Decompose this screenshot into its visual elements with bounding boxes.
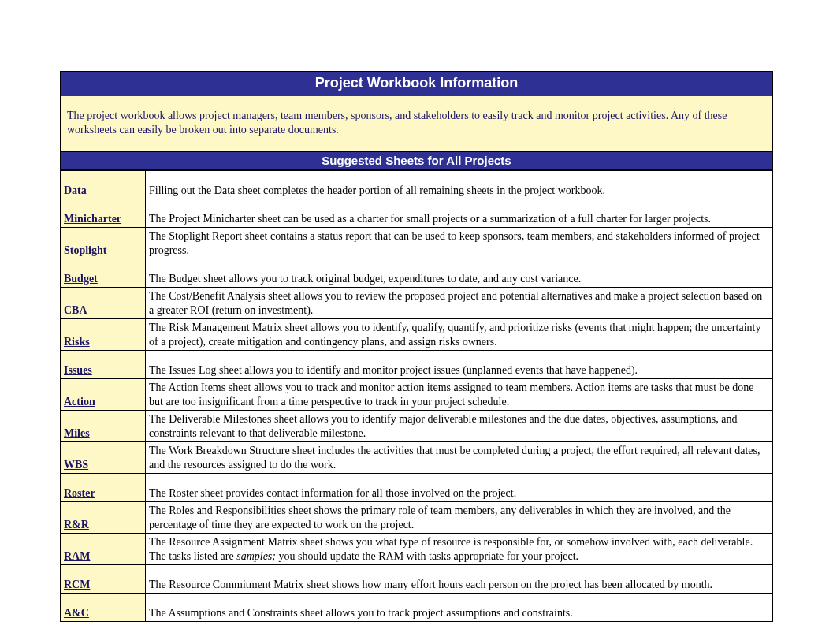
- table-row: RisksThe Risk Management Matrix sheet al…: [61, 319, 773, 351]
- table-row: WBSThe Work Breakdown Structure sheet in…: [61, 442, 773, 474]
- sheet-link[interactable]: WBS: [61, 442, 146, 474]
- sheet-description: The Deliverable Milestones sheet allows …: [146, 411, 773, 442]
- sheet-description: The Resource Commitment Matrix sheet sho…: [146, 565, 773, 594]
- table-row: RAMThe Resource Assignment Matrix sheet …: [61, 534, 773, 565]
- sheet-link[interactable]: A&C: [61, 594, 146, 622]
- sheet-description: The Cost/Benefit Analysis sheet allows y…: [146, 288, 773, 319]
- table-row: DataFilling out the Data sheet completes…: [61, 171, 773, 199]
- page-title: Project Workbook Information: [60, 71, 773, 96]
- table-row: BudgetThe Budget sheet allows you to tra…: [61, 259, 773, 288]
- sheet-description: The Work Breakdown Structure sheet inclu…: [146, 442, 773, 474]
- sheets-table: DataFilling out the Data sheet completes…: [60, 170, 773, 622]
- table-row: ActionThe Action Items sheet allows you …: [61, 379, 773, 411]
- table-row: RosterThe Roster sheet provides contact …: [61, 474, 773, 502]
- sheet-description: The Assumptions and Constraints sheet al…: [146, 594, 773, 622]
- table-row: A&CThe Assumptions and Constraints sheet…: [61, 594, 773, 622]
- sheet-link[interactable]: R&R: [61, 502, 146, 534]
- sheet-link[interactable]: Budget: [61, 259, 146, 288]
- sheet-link[interactable]: Data: [61, 171, 146, 199]
- section-title: Suggested Sheets for All Projects: [60, 151, 773, 170]
- sheet-link[interactable]: Miles: [61, 411, 146, 442]
- sheet-description: The Budget sheet allows you to track ori…: [146, 259, 773, 288]
- sheet-description: The Issues Log sheet allows you to ident…: [146, 351, 773, 379]
- table-row: CBAThe Cost/Benefit Analysis sheet allow…: [61, 288, 773, 319]
- sheet-description: The Roles and Responsibilities sheet sho…: [146, 502, 773, 534]
- sheet-description: The Resource Assignment Matrix sheet sho…: [146, 534, 773, 565]
- sheet-link[interactable]: Minicharter: [61, 199, 146, 228]
- sheet-description: The Roster sheet provides contact inform…: [146, 474, 773, 502]
- sheet-link[interactable]: Roster: [61, 474, 146, 502]
- table-row: StoplightThe Stoplight Report sheet cont…: [61, 228, 773, 259]
- intro-text: The project workbook allows project mana…: [60, 96, 773, 151]
- sheet-link[interactable]: Stoplight: [61, 228, 146, 259]
- table-row: R&RThe Roles and Responsibilities sheet …: [61, 502, 773, 534]
- table-row: IssuesThe Issues Log sheet allows you to…: [61, 351, 773, 379]
- page: Project Workbook Information The project…: [0, 0, 833, 644]
- sheet-description: The Project Minicharter sheet can be use…: [146, 199, 773, 228]
- table-row: RCMThe Resource Commitment Matrix sheet …: [61, 565, 773, 594]
- sheet-description: The Action Items sheet allows you to tra…: [146, 379, 773, 411]
- sheet-description: The Stoplight Report sheet contains a st…: [146, 228, 773, 259]
- sheet-link[interactable]: Issues: [61, 351, 146, 379]
- table-row: MinicharterThe Project Minicharter sheet…: [61, 199, 773, 228]
- sheet-link[interactable]: RAM: [61, 534, 146, 565]
- sheet-link[interactable]: Action: [61, 379, 146, 411]
- sheet-link[interactable]: Risks: [61, 319, 146, 351]
- sheet-link[interactable]: RCM: [61, 565, 146, 594]
- table-row: MilesThe Deliverable Milestones sheet al…: [61, 411, 773, 442]
- sheet-description: Filling out the Data sheet completes the…: [146, 171, 773, 199]
- sheet-link[interactable]: CBA: [61, 288, 146, 319]
- sheet-description: The Risk Management Matrix sheet allows …: [146, 319, 773, 351]
